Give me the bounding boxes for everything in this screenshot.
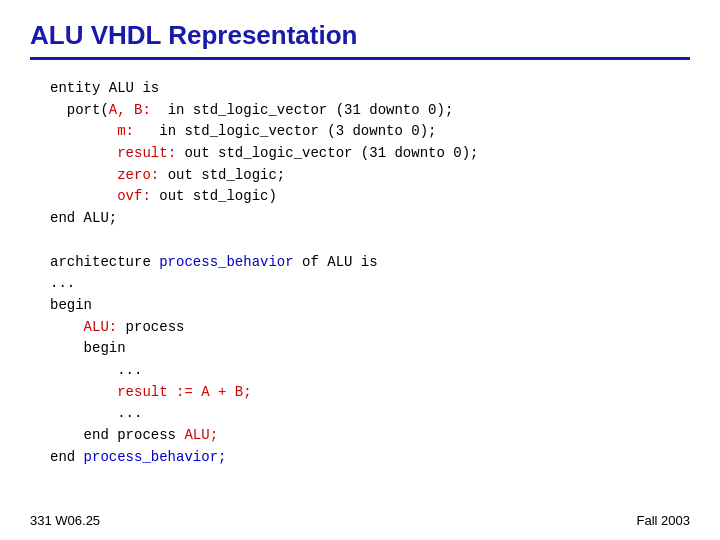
code-line: ovf: out std_logic) (50, 186, 690, 208)
kw: begin (50, 340, 126, 356)
code-line: zero: out std_logic; (50, 165, 690, 187)
code-line (50, 230, 690, 252)
code-block: entity ALU is port(A, B: in std_logic_ve… (30, 78, 690, 468)
code-line: port(A, B: in std_logic_vector (31 downt… (50, 100, 690, 122)
page: ALU VHDL Representation entity ALU is po… (0, 0, 720, 540)
code-line: result := A + B; (50, 382, 690, 404)
kw: end ALU; (50, 210, 117, 226)
code-line: end process_behavior; (50, 447, 690, 469)
kw: ... (50, 362, 142, 378)
code-line: ALU: process (50, 317, 690, 339)
code-line: end ALU; (50, 208, 690, 230)
kw: architecture process_behavior of ALU is (50, 254, 378, 270)
code-line: entity ALU is (50, 78, 690, 100)
code-line: ... (50, 403, 690, 425)
kw: end process_behavior; (50, 449, 226, 465)
title-section: ALU VHDL Representation (30, 20, 690, 60)
code-line: architecture process_behavior of ALU is (50, 252, 690, 274)
kw: port(A, B: in std_logic_vector (31 downt… (50, 102, 453, 118)
kw: ... (50, 405, 142, 421)
kw: zero: out std_logic; (50, 167, 285, 183)
kw: m: in std_logic_vector (3 downto 0); (50, 123, 436, 139)
kw: end process ALU; (50, 427, 218, 443)
code-line: ... (50, 360, 690, 382)
kw: entity ALU is (50, 80, 159, 96)
footer-left: 331 W06.25 (30, 513, 100, 528)
kw: begin (50, 297, 92, 313)
code-line: m: in std_logic_vector (3 downto 0); (50, 121, 690, 143)
footer: 331 W06.25 Fall 2003 (30, 513, 690, 528)
kw: result := A + B; (50, 384, 252, 400)
code-line: begin (50, 295, 690, 317)
code-line: begin (50, 338, 690, 360)
footer-right: Fall 2003 (637, 513, 690, 528)
kw: result: out std_logic_vector (31 downto … (50, 145, 478, 161)
page-title: ALU VHDL Representation (30, 20, 357, 50)
kw: ALU: process (50, 319, 184, 335)
kw: ... (50, 275, 75, 291)
code-line: end process ALU; (50, 425, 690, 447)
kw: ovf: out std_logic) (50, 188, 277, 204)
code-line: result: out std_logic_vector (31 downto … (50, 143, 690, 165)
code-line: ... (50, 273, 690, 295)
